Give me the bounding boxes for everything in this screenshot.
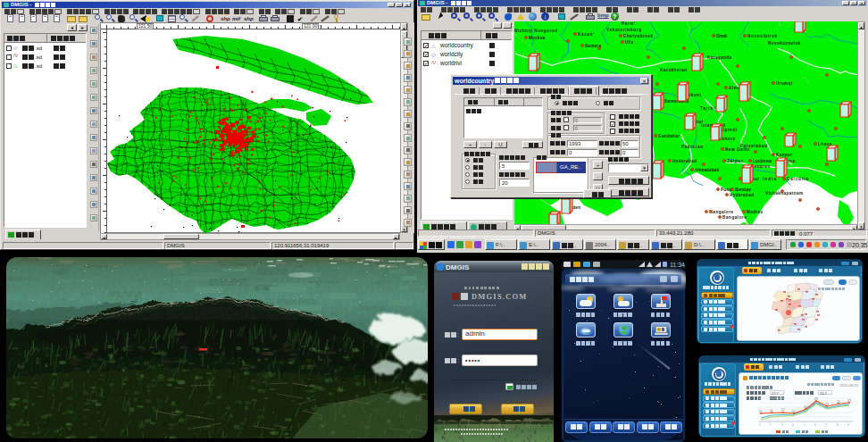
svg-text:Vishakhapatnam: Vishakhapatnam (765, 191, 803, 196)
svg-text:Calcutta: Calcutta (787, 177, 808, 181)
svg-text:Gandahar: Gandahar (658, 134, 680, 138)
svg-text:Pakistan: Pakistan (681, 145, 703, 149)
svg-text:3: 3 (781, 423, 783, 427)
svg-text:6: 6 (814, 423, 816, 427)
svg-text:Benares: Benares (751, 164, 770, 169)
svg-text:4: 4 (792, 423, 794, 427)
svg-text:Karaganda: Karaganda (707, 55, 731, 60)
svg-text:Kazan': Kazan' (578, 32, 594, 37)
svg-text:25: 25 (814, 397, 818, 401)
svg-text:Urumqi: Urumqi (776, 81, 792, 86)
svg-text:11: 11 (759, 410, 763, 413)
svg-text:Novokuznetsk: Novokuznetsk (768, 41, 800, 46)
svg-text:Moskva: Moskva (529, 36, 545, 40)
svg-text:Yekaterinburg: Yekaterinburg (606, 28, 641, 32)
svg-text:5: 5 (804, 423, 805, 427)
svg-text:11: 11 (770, 409, 773, 413)
svg-text:9: 9 (847, 423, 849, 427)
svg-text:Novosibirsk: Novosibirsk (747, 34, 777, 38)
svg-text:India: India (763, 177, 776, 181)
svg-text:Ufa: Ufa (625, 40, 633, 45)
svg-text:Kanpur: Kanpur (776, 153, 792, 157)
svg-text:Jaipur: Jaipur (727, 159, 743, 163)
svg-text:Omsk: Omsk (716, 34, 727, 38)
svg-text:Bombay: Bombay (735, 188, 751, 192)
svg-text:8: 8 (837, 423, 839, 427)
svg-text:Bangalore: Bangalore (722, 215, 747, 220)
svg-text:Hyderabad: Hyderabad (672, 159, 697, 163)
svg-text:23: 23 (847, 399, 851, 403)
svg-text:1: 1 (759, 423, 761, 427)
svg-text:Faisalabad: Faisalabad (740, 144, 767, 148)
svg-text:Chelyabinsk: Chelyabinsk (623, 34, 653, 38)
svg-text:Kazakhstan: Kazakhstan (660, 68, 687, 72)
svg-text:21: 21 (837, 400, 840, 404)
svg-text:Madras: Madras (747, 210, 763, 214)
svg-text:Lucknow: Lucknow (753, 159, 772, 163)
svg-text:Nizhniy Novgorod: Nizhniy Novgorod (514, 29, 557, 33)
svg-text:2: 2 (770, 423, 772, 427)
svg-text:19: 19 (825, 403, 829, 406)
svg-text:12: 12 (781, 408, 785, 412)
svg-text:Mangalore: Mangalore (709, 210, 733, 214)
svg-text:7: 7 (825, 423, 827, 427)
svg-text:15: 15 (804, 405, 807, 409)
svg-text:Ahmadabad: Ahmadabad (695, 168, 719, 172)
svg-text:Hyderabad: Hyderabad (730, 193, 754, 197)
svg-text:11: 11 (792, 410, 796, 413)
svg-text:Puna: Puna (721, 188, 731, 192)
svg-text:Perm': Perm' (622, 21, 635, 26)
